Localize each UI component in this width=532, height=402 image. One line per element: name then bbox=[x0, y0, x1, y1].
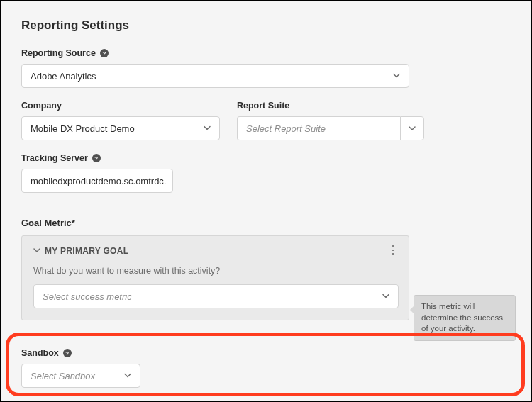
divider bbox=[21, 203, 511, 203]
help-icon[interactable]: ? bbox=[100, 49, 109, 57]
company-label: Company bbox=[21, 101, 220, 111]
tracking-server-label-text: Tracking Server bbox=[21, 153, 88, 163]
report-suite-dropdown-button[interactable] bbox=[400, 116, 424, 140]
help-icon[interactable]: ? bbox=[92, 154, 101, 162]
company-value: Mobile DX Product Demo bbox=[31, 123, 135, 134]
sandbox-select[interactable]: Select Sandbox bbox=[21, 364, 140, 388]
chevron-down-icon bbox=[204, 123, 211, 134]
sandbox-placeholder: Select Sandbox bbox=[31, 371, 95, 381]
help-icon[interactable]: ? bbox=[63, 349, 72, 357]
company-select[interactable]: Mobile DX Product Demo bbox=[21, 116, 220, 140]
goal-question-text: What do you want to measure with this ac… bbox=[33, 266, 397, 276]
sandbox-label-text: Sandbox bbox=[21, 348, 59, 358]
reporting-settings-panel: Reporting Settings Reporting Source ? Ad… bbox=[0, 0, 532, 402]
success-metric-placeholder: Select success metric bbox=[43, 291, 132, 302]
tracking-server-label: Tracking Server ? bbox=[21, 153, 511, 163]
sandbox-section: Sandbox ? Select Sandbox bbox=[21, 348, 140, 388]
company-label-text: Company bbox=[21, 101, 62, 111]
page-title: Reporting Settings bbox=[21, 18, 511, 33]
tracking-server-input[interactable]: mobiledxproductdemo.sc.omtrdc. bbox=[21, 169, 173, 193]
report-suite-label: Report Suite bbox=[237, 101, 424, 111]
chevron-down-icon bbox=[393, 71, 400, 82]
report-suite-label-text: Report Suite bbox=[237, 101, 289, 111]
reporting-source-label-text: Reporting Source bbox=[21, 48, 96, 58]
primary-goal-title: MY PRIMARY GOAL bbox=[45, 246, 128, 256]
chevron-down-icon bbox=[124, 371, 131, 381]
tracking-server-value: mobiledxproductdemo.sc.omtrdc. bbox=[31, 176, 166, 186]
reporting-source-select[interactable]: Adobe Analytics bbox=[21, 64, 409, 88]
primary-goal-panel: MY PRIMARY GOAL ⋮ What do you want to me… bbox=[21, 235, 409, 320]
report-suite-select[interactable]: Select Report Suite bbox=[237, 116, 424, 140]
success-metric-select[interactable]: Select success metric bbox=[33, 284, 399, 308]
chevron-down-icon bbox=[33, 246, 40, 256]
goal-metric-label: Goal Metric* bbox=[21, 218, 511, 228]
sandbox-label: Sandbox ? bbox=[21, 348, 140, 358]
primary-goal-header[interactable]: MY PRIMARY GOAL bbox=[33, 246, 397, 256]
report-suite-placeholder: Select Report Suite bbox=[246, 123, 326, 134]
reporting-source-label: Reporting Source ? bbox=[21, 48, 511, 58]
reporting-source-value: Adobe Analytics bbox=[31, 71, 96, 82]
success-metric-tooltip: This metric will determine the success o… bbox=[414, 295, 516, 341]
more-actions-icon[interactable]: ⋮ bbox=[387, 245, 399, 256]
chevron-down-icon bbox=[382, 291, 389, 302]
